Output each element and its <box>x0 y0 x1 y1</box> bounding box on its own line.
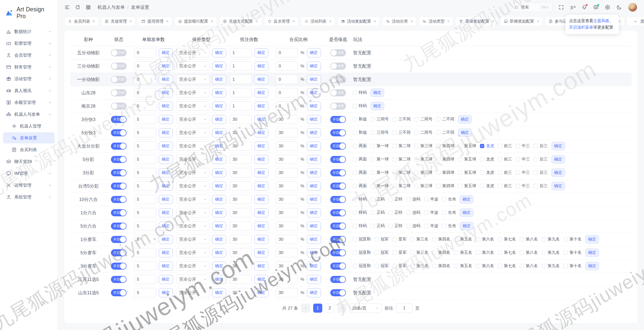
play-checkbox-生肖[interactable]: 生肖 <box>442 197 456 202</box>
play-checkbox-正特[interactable]: 正特 <box>388 197 403 202</box>
play-checkbox-前三[interactable]: 前三 <box>498 170 512 175</box>
status-toggle[interactable]: 关闭 <box>111 49 127 56</box>
play-checkbox-第九名[interactable]: 第九名 <box>542 250 560 255</box>
confirm-button[interactable]: 确定 <box>212 128 226 137</box>
play-checkbox-后三[interactable]: 后三 <box>534 183 548 189</box>
bet-multiple-input[interactable] <box>230 248 252 257</box>
play-checkbox-半波[interactable]: 半波 <box>424 223 438 229</box>
secrecy-select[interactable]: 完全公开 <box>176 288 210 297</box>
close-icon[interactable]: × <box>256 19 258 24</box>
fullscreen-icon[interactable] <box>558 5 564 10</box>
confirm-button[interactable]: 确定 <box>460 222 473 230</box>
confirm-button[interactable]: 确定 <box>307 195 321 204</box>
play-checkbox-第十名[interactable]: 第十名 <box>564 237 582 242</box>
confirm-button[interactable]: 确定 <box>551 169 565 177</box>
close-icon[interactable]: × <box>292 19 295 24</box>
play-checkbox-亚军[interactable]: 亚军 <box>392 237 407 242</box>
sidebar-subitem-0[interactable]: 机器人管理 <box>3 120 55 132</box>
group-buy-ratio-input[interactable] <box>276 288 298 297</box>
bet-multiple-input[interactable] <box>230 275 252 284</box>
play-checkbox-亚军[interactable]: 亚军 <box>392 263 407 269</box>
grid-apps-icon[interactable] <box>86 5 91 10</box>
play-checkbox-第三球[interactable]: 第三球 <box>414 157 432 162</box>
confirm-button[interactable]: 确定 <box>254 142 268 151</box>
play-checkbox-第三名[interactable]: 第三名 <box>410 263 428 269</box>
status-toggle[interactable]: 开启 <box>111 116 127 123</box>
confirm-button[interactable]: 确定 <box>159 288 173 297</box>
tabs-overflow-button[interactable] <box>630 17 640 26</box>
play-checkbox-龙虎[interactable]: 龙虎 <box>480 183 494 189</box>
confirm-button[interactable]: 确定 <box>307 168 321 177</box>
confirm-button[interactable]: 确定 <box>307 248 321 257</box>
confirm-button[interactable]: 确定 <box>212 275 226 284</box>
play-checkbox-两面[interactable]: 两面 <box>353 157 367 162</box>
confirm-button[interactable]: 确定 <box>212 235 226 244</box>
play-checkbox-第四球[interactable]: 第四球 <box>436 170 454 175</box>
play-checkbox-第四名[interactable]: 第四名 <box>432 263 450 269</box>
confirm-button[interactable]: 确定 <box>212 208 226 217</box>
group-buy-ratio-input[interactable] <box>276 155 298 164</box>
tab-7[interactable]: 活动奖励配置× <box>338 17 380 26</box>
bet-multiple-input[interactable] <box>230 128 252 137</box>
sidebar-item-7[interactable]: 机器人与发单 <box>3 109 55 120</box>
close-icon[interactable]: × <box>537 19 539 24</box>
status-toggle[interactable]: 开启 <box>111 209 127 216</box>
confirm-button[interactable]: 确定 <box>212 155 226 164</box>
issue-count-input[interactable] <box>134 101 156 111</box>
issue-count-input[interactable] <box>134 275 156 284</box>
confirm-button[interactable]: 确定 <box>159 142 173 151</box>
secrecy-select[interactable]: 完全公开 <box>176 88 210 97</box>
confirm-button[interactable]: 确定 <box>212 195 226 204</box>
sidebar-item-2[interactable]: 会员管理 <box>3 50 55 61</box>
close-icon[interactable]: × <box>447 19 450 24</box>
page-button-1[interactable]: 1 <box>313 304 322 313</box>
secrecy-select[interactable]: 完全公开 <box>176 248 210 257</box>
close-icon[interactable]: × <box>329 19 332 24</box>
play-checkbox-第一球[interactable]: 第一球 <box>371 170 389 175</box>
confirm-button[interactable]: 确定 <box>254 182 268 191</box>
play-checkbox-二同号[interactable]: 二同号 <box>414 117 432 122</box>
play-checkbox-生肖[interactable]: 生肖 <box>442 210 456 215</box>
guarantee-toggle[interactable]: 开启 <box>330 223 346 230</box>
confirm-button[interactable]: 确定 <box>159 155 173 164</box>
confirm-button[interactable]: 确定 <box>585 262 599 270</box>
play-checkbox-第五球[interactable]: 第五球 <box>458 143 476 149</box>
search-input[interactable] <box>521 5 536 10</box>
play-checkbox-第一球[interactable]: 第一球 <box>371 157 389 162</box>
tab-1[interactable]: 充值管理× <box>101 17 135 26</box>
tab-3[interactable]: 提款银行配置× <box>175 17 217 26</box>
confirm-button[interactable]: 确定 <box>254 62 268 71</box>
bet-multiple-input[interactable] <box>230 208 252 217</box>
close-icon[interactable]: × <box>492 19 494 24</box>
confirm-button[interactable]: 确定 <box>159 62 173 71</box>
settings-icon[interactable] <box>605 5 610 10</box>
secrecy-select[interactable]: 完全公开 <box>176 275 210 284</box>
confirm-button[interactable]: 确定 <box>212 168 226 177</box>
sidebar-subitem-2[interactable]: 合买列表 <box>3 144 55 155</box>
confirm-button[interactable]: 确定 <box>551 155 565 163</box>
play-checkbox-第二球[interactable]: 第二球 <box>392 157 411 162</box>
group-buy-ratio-input[interactable] <box>276 48 298 57</box>
play-checkbox-正特[interactable]: 正特 <box>388 210 403 215</box>
confirm-button[interactable]: 确定 <box>159 222 173 231</box>
guarantee-toggle[interactable]: 关闭 <box>330 63 346 70</box>
play-checkbox-第七名[interactable]: 第七名 <box>498 237 516 242</box>
next-page-button[interactable]: › <box>337 304 346 313</box>
play-checkbox-第九名[interactable]: 第九名 <box>542 263 560 269</box>
issue-count-input[interactable] <box>134 195 156 204</box>
group-buy-ratio-input[interactable] <box>276 275 298 284</box>
confirm-button[interactable]: 确定 <box>460 209 473 217</box>
confirm-button[interactable]: 确定 <box>159 275 173 284</box>
confirm-button[interactable]: 确定 <box>254 195 268 204</box>
play-checkbox-三同号[interactable]: 三同号 <box>371 130 389 135</box>
bet-multiple-input[interactable] <box>230 235 252 244</box>
play-checkbox-连码[interactable]: 连码 <box>406 210 420 215</box>
confirm-button[interactable]: 确定 <box>159 75 173 84</box>
play-checkbox-第六名[interactable]: 第六名 <box>476 250 494 255</box>
play-checkbox-第三名[interactable]: 第三名 <box>410 250 428 255</box>
confirm-button[interactable]: 确定 <box>212 142 226 151</box>
secrecy-select[interactable]: 完全公开 <box>176 155 210 164</box>
status-toggle[interactable]: 开启 <box>111 143 127 150</box>
close-icon[interactable]: × <box>166 19 169 24</box>
issue-count-input[interactable] <box>134 128 156 137</box>
